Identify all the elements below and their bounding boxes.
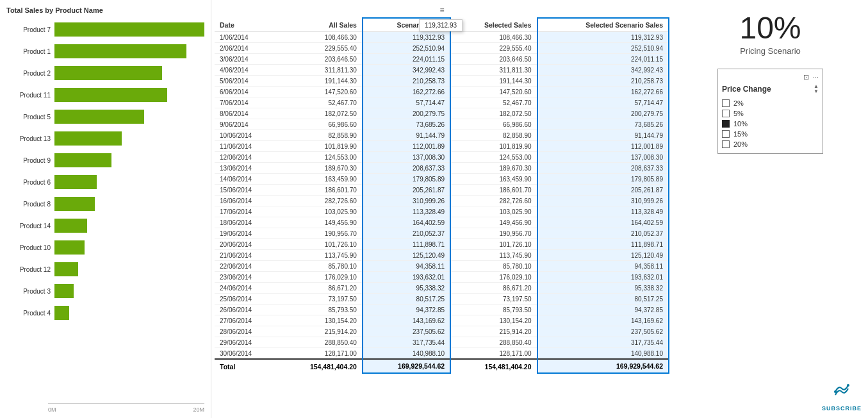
cell-all-sales: 113,745.90 bbox=[277, 250, 363, 261]
bar-fill bbox=[54, 22, 204, 37]
cell-date: 23/06/2014 bbox=[215, 272, 277, 283]
cell-date: 11/06/2014 bbox=[215, 141, 277, 152]
table-row: 7/06/2014 52,467.70 57,714.47 52,467.70 … bbox=[215, 97, 669, 108]
data-table-wrapper[interactable]: Date All Sales Scenario Sales Selected S… bbox=[215, 17, 669, 402]
cell-date: 24/06/2014 bbox=[215, 283, 277, 294]
chart-axis: 0M 20M bbox=[48, 406, 204, 413]
table-row: 26/06/2014 85,793.50 94,372.85 85,793.50… bbox=[215, 305, 669, 315]
widget-expand-icon[interactable]: ⊡ bbox=[803, 73, 809, 81]
menu-icon[interactable]: ≡ bbox=[439, 6, 444, 15]
cell-selected-scenario-sales: 162,272.66 bbox=[537, 87, 669, 97]
table-row: 20/06/2014 101,726.10 111,898.71 101,726… bbox=[215, 239, 669, 250]
cell-scenario-sales: 137,008.30 bbox=[363, 152, 450, 163]
table-row: 13/06/2014 189,670.30 208,637.33 189,670… bbox=[215, 163, 669, 174]
cell-selected-sales: 85,793.50 bbox=[450, 305, 537, 315]
cell-scenario-sales: 200,279.75 bbox=[363, 108, 450, 119]
price-change-widget: ⊡ ··· Price Change ▲ ▼ 2%5%10%15%20% bbox=[717, 69, 823, 154]
cell-all-sales: 176,029.10 bbox=[277, 272, 363, 283]
price-option-label: 2% bbox=[733, 99, 744, 107]
price-option[interactable]: 20% bbox=[722, 139, 819, 149]
price-option-label: 15% bbox=[733, 130, 748, 138]
cell-date: 6/06/2014 bbox=[215, 87, 277, 97]
price-option[interactable]: 10% bbox=[722, 119, 819, 129]
table-row: 2/06/2014 229,555.40 252,510.94 229,555.… bbox=[215, 43, 669, 54]
cell-selected-scenario-sales: 342,992.43 bbox=[537, 65, 669, 76]
bar-row: Product 3 bbox=[6, 281, 204, 301]
sort-icons[interactable]: ▲ ▼ bbox=[814, 84, 819, 94]
bar-label: Product 8 bbox=[6, 201, 54, 208]
cell-selected-sales: 113,745.90 bbox=[450, 250, 537, 261]
bar-label: Product 5 bbox=[6, 113, 54, 121]
cell-all-sales: 130,154.20 bbox=[277, 315, 363, 326]
cell-selected-scenario-sales: 94,372.85 bbox=[537, 305, 669, 315]
bar-container bbox=[54, 66, 204, 80]
bar-container bbox=[54, 262, 204, 276]
cell-selected-scenario-sales: 140,988.10 bbox=[537, 348, 669, 360]
widget-toolbar: ⊡ ··· bbox=[722, 73, 819, 81]
bar-row: Product 13 bbox=[6, 128, 204, 149]
cell-selected-scenario-sales: 119,312.93 bbox=[537, 32, 669, 43]
subscribe-icon bbox=[832, 382, 851, 405]
cell-selected-sales: 82,858.90 bbox=[450, 130, 537, 141]
cell-selected-scenario-sales: 143,169.62 bbox=[537, 315, 669, 326]
cell-scenario-sales: 205,261.87 bbox=[363, 185, 450, 196]
cell-selected-sales: 186,601.70 bbox=[450, 185, 537, 196]
cell-scenario-sales: 94,372.85 bbox=[363, 305, 450, 315]
table-row: 4/06/2014 311,811.30 342,992.43 311,811.… bbox=[215, 65, 669, 76]
price-checkbox[interactable] bbox=[722, 99, 730, 107]
bar-row: Product 8 bbox=[6, 194, 204, 214]
bar-fill bbox=[54, 88, 167, 102]
cell-selected-scenario-sales: 111,898.71 bbox=[537, 239, 669, 250]
table-row: 11/06/2014 101,819.90 112,001.89 101,819… bbox=[215, 141, 669, 152]
cell-date: 4/06/2014 bbox=[215, 65, 277, 76]
bar-fill bbox=[54, 44, 186, 58]
cell-scenario-sales: 119,312.93 119,312.93 bbox=[363, 32, 450, 43]
widget-more-icon[interactable]: ··· bbox=[813, 73, 819, 81]
cell-selected-sales: 101,726.10 bbox=[450, 239, 537, 250]
cell-scenario-sales: 342,992.43 bbox=[363, 65, 450, 76]
cell-selected-sales: 311,811.30 bbox=[450, 65, 537, 76]
table-row: 12/06/2014 124,553.00 137,008.30 124,553… bbox=[215, 152, 669, 163]
price-option[interactable]: 15% bbox=[722, 129, 819, 139]
cell-scenario-sales: 179,805.89 bbox=[363, 174, 450, 185]
price-checkbox[interactable] bbox=[722, 140, 730, 148]
bar-container bbox=[54, 44, 204, 58]
cell-all-sales: 229,555.40 bbox=[277, 43, 363, 54]
svg-point-1 bbox=[847, 384, 849, 387]
price-option[interactable]: 5% bbox=[722, 108, 819, 119]
price-checkbox[interactable] bbox=[722, 130, 730, 138]
bar-fill bbox=[54, 110, 144, 124]
cell-selected-scenario-sales: 210,258.73 bbox=[537, 76, 669, 87]
cell-selected-sales: 215,914.20 bbox=[450, 326, 537, 337]
bar-container bbox=[54, 22, 204, 37]
bar-fill bbox=[54, 131, 122, 146]
price-checkbox[interactable] bbox=[722, 120, 730, 128]
table-toolbar: ≡ bbox=[215, 3, 669, 17]
cell-date: 16/06/2014 bbox=[215, 196, 277, 206]
bar-label: Product 2 bbox=[6, 70, 54, 77]
table-row: 24/06/2014 86,671.20 95,338.32 86,671.20… bbox=[215, 283, 669, 294]
cell-selected-scenario-sales: 237,505.62 bbox=[537, 326, 669, 337]
subscribe-area: SUBSCRIBE bbox=[822, 382, 862, 412]
cell-selected-scenario-sales: 179,805.89 bbox=[537, 174, 669, 185]
cell-scenario-sales: 164,402.59 bbox=[363, 217, 450, 228]
col-date: Date bbox=[215, 18, 277, 32]
cell-date: 26/06/2014 bbox=[215, 305, 277, 315]
cell-all-sales: 73,197.50 bbox=[277, 294, 363, 305]
price-option[interactable]: 2% bbox=[722, 98, 819, 108]
cell-selected-scenario-sales: 137,008.30 bbox=[537, 152, 669, 163]
cell-all-sales: 124,553.00 bbox=[277, 152, 363, 163]
tooltip: 119,312.93 bbox=[419, 19, 463, 31]
cell-date: 9/06/2014 bbox=[215, 119, 277, 130]
cell-date: 25/06/2014 bbox=[215, 294, 277, 305]
price-checkbox[interactable] bbox=[722, 110, 730, 117]
table-row: 22/06/2014 85,780.10 94,358.11 85,780.10… bbox=[215, 261, 669, 272]
table-row: 3/06/2014 203,646.50 224,011.15 203,646.… bbox=[215, 54, 669, 65]
subscribe-text[interactable]: SUBSCRIBE bbox=[822, 405, 862, 412]
cell-scenario-sales: 210,052.37 bbox=[363, 228, 450, 239]
cell-scenario-sales: 162,272.66 bbox=[363, 87, 450, 97]
cell-selected-scenario-sales: 317,735.44 bbox=[537, 337, 669, 348]
cell-selected-sales: 52,467.70 bbox=[450, 97, 537, 108]
bar-label: Product 1 bbox=[6, 48, 54, 55]
bar-row: Product 14 bbox=[6, 215, 204, 236]
